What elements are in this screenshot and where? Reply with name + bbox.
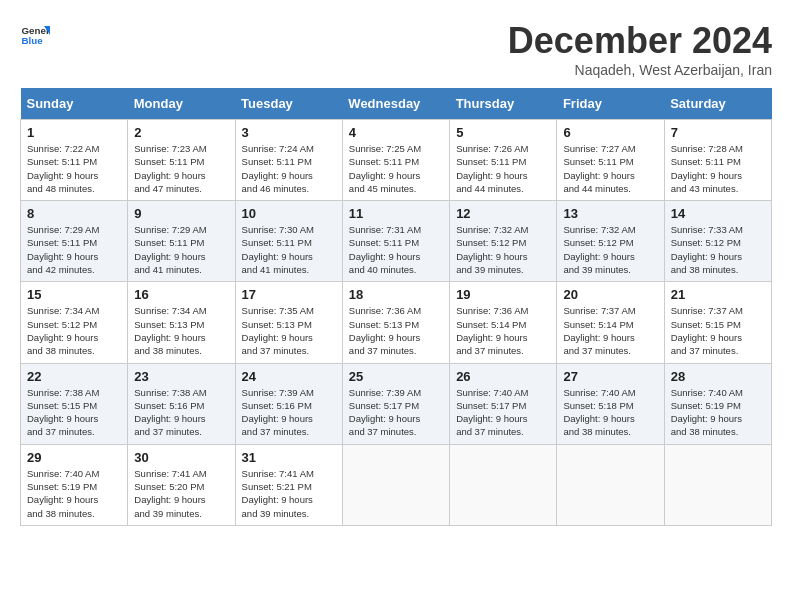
calendar-cell: 23Sunrise: 7:38 AM Sunset: 5:16 PM Dayli… — [128, 363, 235, 444]
calendar-cell: 8Sunrise: 7:29 AM Sunset: 5:11 PM Daylig… — [21, 201, 128, 282]
calendar-cell: 2Sunrise: 7:23 AM Sunset: 5:11 PM Daylig… — [128, 120, 235, 201]
calendar-cell — [450, 444, 557, 525]
calendar-cell: 16Sunrise: 7:34 AM Sunset: 5:13 PM Dayli… — [128, 282, 235, 363]
calendar-cell: 19Sunrise: 7:36 AM Sunset: 5:14 PM Dayli… — [450, 282, 557, 363]
day-info: Sunrise: 7:40 AM Sunset: 5:19 PM Dayligh… — [27, 467, 121, 520]
day-number: 6 — [563, 125, 657, 140]
calendar-table: SundayMondayTuesdayWednesdayThursdayFrid… — [20, 88, 772, 526]
day-number: 22 — [27, 369, 121, 384]
day-number: 10 — [242, 206, 336, 221]
day-number: 7 — [671, 125, 765, 140]
page-header: General Blue December 2024 Naqadeh, West… — [20, 20, 772, 78]
day-info: Sunrise: 7:36 AM Sunset: 5:14 PM Dayligh… — [456, 304, 550, 357]
calendar-cell: 7Sunrise: 7:28 AM Sunset: 5:11 PM Daylig… — [664, 120, 771, 201]
day-info: Sunrise: 7:23 AM Sunset: 5:11 PM Dayligh… — [134, 142, 228, 195]
day-info: Sunrise: 7:37 AM Sunset: 5:14 PM Dayligh… — [563, 304, 657, 357]
day-info: Sunrise: 7:36 AM Sunset: 5:13 PM Dayligh… — [349, 304, 443, 357]
svg-text:Blue: Blue — [22, 35, 44, 46]
calendar-cell: 17Sunrise: 7:35 AM Sunset: 5:13 PM Dayli… — [235, 282, 342, 363]
day-number: 14 — [671, 206, 765, 221]
weekday-header-row: SundayMondayTuesdayWednesdayThursdayFrid… — [21, 88, 772, 120]
day-info: Sunrise: 7:32 AM Sunset: 5:12 PM Dayligh… — [456, 223, 550, 276]
day-info: Sunrise: 7:35 AM Sunset: 5:13 PM Dayligh… — [242, 304, 336, 357]
day-info: Sunrise: 7:22 AM Sunset: 5:11 PM Dayligh… — [27, 142, 121, 195]
day-number: 4 — [349, 125, 443, 140]
calendar-cell: 27Sunrise: 7:40 AM Sunset: 5:18 PM Dayli… — [557, 363, 664, 444]
day-info: Sunrise: 7:29 AM Sunset: 5:11 PM Dayligh… — [134, 223, 228, 276]
day-number: 15 — [27, 287, 121, 302]
weekday-header-tuesday: Tuesday — [235, 88, 342, 120]
day-info: Sunrise: 7:30 AM Sunset: 5:11 PM Dayligh… — [242, 223, 336, 276]
calendar-cell: 26Sunrise: 7:40 AM Sunset: 5:17 PM Dayli… — [450, 363, 557, 444]
day-number: 27 — [563, 369, 657, 384]
day-info: Sunrise: 7:33 AM Sunset: 5:12 PM Dayligh… — [671, 223, 765, 276]
title-area: December 2024 Naqadeh, West Azerbaijan, … — [508, 20, 772, 78]
calendar-cell: 15Sunrise: 7:34 AM Sunset: 5:12 PM Dayli… — [21, 282, 128, 363]
calendar-cell — [342, 444, 449, 525]
calendar-cell: 28Sunrise: 7:40 AM Sunset: 5:19 PM Dayli… — [664, 363, 771, 444]
day-number: 18 — [349, 287, 443, 302]
day-number: 20 — [563, 287, 657, 302]
calendar-cell: 13Sunrise: 7:32 AM Sunset: 5:12 PM Dayli… — [557, 201, 664, 282]
day-info: Sunrise: 7:40 AM Sunset: 5:17 PM Dayligh… — [456, 386, 550, 439]
logo-icon: General Blue — [20, 20, 50, 50]
week-row-5: 29Sunrise: 7:40 AM Sunset: 5:19 PM Dayli… — [21, 444, 772, 525]
day-info: Sunrise: 7:37 AM Sunset: 5:15 PM Dayligh… — [671, 304, 765, 357]
calendar-cell: 6Sunrise: 7:27 AM Sunset: 5:11 PM Daylig… — [557, 120, 664, 201]
day-number: 24 — [242, 369, 336, 384]
calendar-cell — [664, 444, 771, 525]
weekday-header-thursday: Thursday — [450, 88, 557, 120]
calendar-cell: 9Sunrise: 7:29 AM Sunset: 5:11 PM Daylig… — [128, 201, 235, 282]
calendar-cell: 24Sunrise: 7:39 AM Sunset: 5:16 PM Dayli… — [235, 363, 342, 444]
day-number: 25 — [349, 369, 443, 384]
day-number: 8 — [27, 206, 121, 221]
calendar-cell: 3Sunrise: 7:24 AM Sunset: 5:11 PM Daylig… — [235, 120, 342, 201]
day-number: 9 — [134, 206, 228, 221]
calendar-cell: 25Sunrise: 7:39 AM Sunset: 5:17 PM Dayli… — [342, 363, 449, 444]
day-number: 26 — [456, 369, 550, 384]
day-info: Sunrise: 7:34 AM Sunset: 5:12 PM Dayligh… — [27, 304, 121, 357]
day-info: Sunrise: 7:41 AM Sunset: 5:21 PM Dayligh… — [242, 467, 336, 520]
day-number: 3 — [242, 125, 336, 140]
calendar-cell: 30Sunrise: 7:41 AM Sunset: 5:20 PM Dayli… — [128, 444, 235, 525]
day-info: Sunrise: 7:40 AM Sunset: 5:19 PM Dayligh… — [671, 386, 765, 439]
day-number: 23 — [134, 369, 228, 384]
day-info: Sunrise: 7:28 AM Sunset: 5:11 PM Dayligh… — [671, 142, 765, 195]
calendar-cell: 10Sunrise: 7:30 AM Sunset: 5:11 PM Dayli… — [235, 201, 342, 282]
day-number: 12 — [456, 206, 550, 221]
calendar-cell: 20Sunrise: 7:37 AM Sunset: 5:14 PM Dayli… — [557, 282, 664, 363]
weekday-header-monday: Monday — [128, 88, 235, 120]
day-info: Sunrise: 7:34 AM Sunset: 5:13 PM Dayligh… — [134, 304, 228, 357]
day-info: Sunrise: 7:41 AM Sunset: 5:20 PM Dayligh… — [134, 467, 228, 520]
calendar-cell: 12Sunrise: 7:32 AM Sunset: 5:12 PM Dayli… — [450, 201, 557, 282]
day-info: Sunrise: 7:38 AM Sunset: 5:15 PM Dayligh… — [27, 386, 121, 439]
calendar-cell: 21Sunrise: 7:37 AM Sunset: 5:15 PM Dayli… — [664, 282, 771, 363]
calendar-cell: 14Sunrise: 7:33 AM Sunset: 5:12 PM Dayli… — [664, 201, 771, 282]
week-row-4: 22Sunrise: 7:38 AM Sunset: 5:15 PM Dayli… — [21, 363, 772, 444]
day-number: 1 — [27, 125, 121, 140]
calendar-cell: 4Sunrise: 7:25 AM Sunset: 5:11 PM Daylig… — [342, 120, 449, 201]
day-info: Sunrise: 7:29 AM Sunset: 5:11 PM Dayligh… — [27, 223, 121, 276]
day-number: 2 — [134, 125, 228, 140]
calendar-cell: 18Sunrise: 7:36 AM Sunset: 5:13 PM Dayli… — [342, 282, 449, 363]
weekday-header-friday: Friday — [557, 88, 664, 120]
calendar-cell: 11Sunrise: 7:31 AM Sunset: 5:11 PM Dayli… — [342, 201, 449, 282]
day-info: Sunrise: 7:39 AM Sunset: 5:16 PM Dayligh… — [242, 386, 336, 439]
day-info: Sunrise: 7:38 AM Sunset: 5:16 PM Dayligh… — [134, 386, 228, 439]
calendar-cell: 31Sunrise: 7:41 AM Sunset: 5:21 PM Dayli… — [235, 444, 342, 525]
day-info: Sunrise: 7:26 AM Sunset: 5:11 PM Dayligh… — [456, 142, 550, 195]
weekday-header-wednesday: Wednesday — [342, 88, 449, 120]
day-number: 11 — [349, 206, 443, 221]
day-info: Sunrise: 7:32 AM Sunset: 5:12 PM Dayligh… — [563, 223, 657, 276]
day-info: Sunrise: 7:25 AM Sunset: 5:11 PM Dayligh… — [349, 142, 443, 195]
day-info: Sunrise: 7:31 AM Sunset: 5:11 PM Dayligh… — [349, 223, 443, 276]
day-number: 30 — [134, 450, 228, 465]
day-info: Sunrise: 7:40 AM Sunset: 5:18 PM Dayligh… — [563, 386, 657, 439]
calendar-cell — [557, 444, 664, 525]
day-number: 16 — [134, 287, 228, 302]
day-info: Sunrise: 7:39 AM Sunset: 5:17 PM Dayligh… — [349, 386, 443, 439]
week-row-2: 8Sunrise: 7:29 AM Sunset: 5:11 PM Daylig… — [21, 201, 772, 282]
day-number: 13 — [563, 206, 657, 221]
day-info: Sunrise: 7:27 AM Sunset: 5:11 PM Dayligh… — [563, 142, 657, 195]
day-number: 31 — [242, 450, 336, 465]
